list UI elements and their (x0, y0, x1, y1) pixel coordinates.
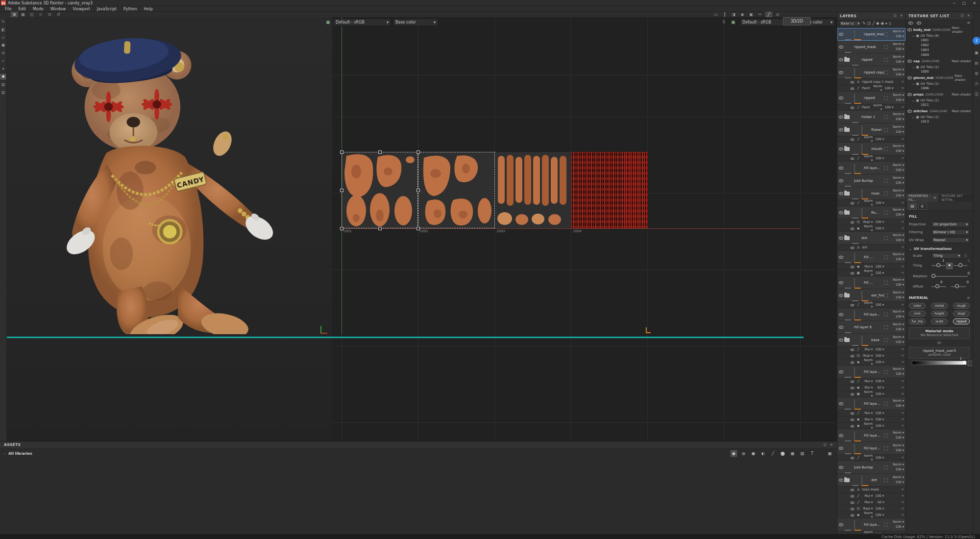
visibility-eye-icon[interactable] (851, 271, 854, 274)
effect-blend-dropdown[interactable]: Norm ▾ (862, 199, 873, 207)
opacity-dropdown[interactable]: 100 ▾ (889, 98, 904, 103)
menu-viewport[interactable]: Viewport (73, 7, 90, 11)
layer-row[interactable]: Fill laye...Norm ▾100 ▾ (837, 429, 906, 442)
uv-tile-id[interactable]: 1001 (906, 38, 973, 43)
texture-set-row[interactable]: stitches2048x2048Main shader (906, 108, 973, 114)
effect-blend-dropdown[interactable]: Mul ▾ (862, 347, 873, 351)
layer-blend-opacity[interactable]: Norm ▾100 ▾ (889, 431, 906, 441)
blend-mode-dropdown[interactable]: Norm ▾ (889, 55, 904, 60)
filter-fonts-icon[interactable]: T (809, 450, 815, 457)
collapse-chevron-icon[interactable]: ⌄ (912, 98, 914, 102)
visibility-eye-icon[interactable] (839, 191, 843, 196)
collapse-chevron-icon[interactable]: ⌄ (909, 247, 912, 251)
layer-effect-row[interactable]: ⚓dirt✕ (837, 245, 906, 251)
effect-opacity-dropdown[interactable]: 100 ▾ (874, 417, 884, 421)
effect-blend-dropdown[interactable]: Norm ▾ (862, 511, 873, 519)
eraser-tool[interactable]: ◧ (0, 27, 6, 32)
visibility-eye-icon[interactable] (851, 245, 854, 249)
pause-icon[interactable]: ‖ (721, 12, 728, 17)
tiling-slider-2[interactable] (954, 265, 967, 266)
stats-box-icon[interactable]: ▭ (712, 12, 719, 17)
viewport-divider-highlight[interactable] (7, 337, 804, 338)
effect-blend-dropdown[interactable]: Mul ▾ (862, 494, 873, 498)
effect-blend-dropdown[interactable]: Mul ▾ (862, 265, 873, 269)
opacity-dropdown[interactable]: 100 ▾ (889, 340, 904, 345)
visibility-eye-icon[interactable] (851, 347, 854, 351)
layer-blend-opacity[interactable]: Norm ▾100 ▾ (889, 335, 906, 345)
effect-remove-icon[interactable]: ✕ (902, 379, 906, 383)
layer-thumbnail[interactable] (844, 323, 852, 331)
visibility-eye-icon[interactable] (839, 70, 843, 74)
layer-mask-thumbnail[interactable] (854, 94, 862, 102)
opacity-dropdown[interactable]: 100 ▾ (889, 327, 904, 332)
uv-tile-1004[interactable] (571, 152, 648, 228)
visibility-eye-icon[interactable] (851, 424, 854, 427)
world-icon[interactable]: ◍ (975, 71, 979, 75)
channel-chip-fur_ma[interactable]: fur_ma (909, 318, 926, 324)
uv-selection-marquee[interactable] (342, 152, 418, 228)
opacity-dropdown[interactable]: 100 ▾ (889, 467, 904, 472)
transform-handle[interactable] (340, 227, 343, 230)
effect-opacity-dropdown[interactable]: 50 ▾ (874, 500, 884, 504)
material-menu-icon[interactable]: ≡ (967, 296, 970, 300)
visibility-eye-icon[interactable] (851, 201, 854, 204)
layer-row[interactable]: Fill laye...Norm ▾100 ▾ (837, 397, 906, 410)
layer-thumbnail[interactable] (844, 30, 852, 38)
bear-3d-model[interactable]: CANDY (34, 23, 284, 334)
layer-row[interactable]: Jute BurlapNorm ▾100 ▾ (837, 461, 906, 474)
effect-remove-icon[interactable]: ✕ (902, 500, 906, 504)
layer-thumbnail[interactable] (844, 400, 852, 408)
effect-blend-dropdown[interactable]: Norm ▾ (862, 269, 873, 277)
opacity-dropdown[interactable]: 100 ▾ (889, 283, 904, 288)
camera-video-icon[interactable]: ▣ (748, 12, 755, 17)
collapse-chevron-icon[interactable]: ⌄ (912, 65, 914, 69)
effect-blend-dropdown[interactable]: Norm ▾ (862, 224, 873, 232)
layer-blend-opacity[interactable]: Norm ▾100 ▾ (889, 176, 906, 186)
effect-blend-dropdown[interactable]: Mul ▾ (862, 379, 873, 383)
blend-mode-dropdown[interactable]: Norm ▾ (889, 29, 904, 34)
blend-mode-dropdown[interactable]: Norm ▾ (889, 189, 904, 194)
menu-mode[interactable]: Mode (33, 7, 44, 11)
channel-chip-color[interactable]: color (909, 303, 926, 309)
layer-thumbnail[interactable] (852, 126, 859, 134)
tab-texture-set-settings[interactable]: TEXTURE SET SETTIN... (938, 194, 973, 202)
visibility-eye-icon[interactable] (851, 137, 854, 141)
layer-effect-row[interactable]: ╱Norm ▾100 ▾✕ (837, 136, 906, 143)
effect-remove-icon[interactable]: ✕ (902, 417, 906, 421)
visibility-eye-icon[interactable] (839, 45, 843, 49)
effect-remove-icon[interactable]: ✕ (902, 303, 906, 307)
layer-thumbnail[interactable] (852, 190, 859, 197)
viewer-tool[interactable]: ▥ (0, 90, 6, 95)
filter-menu-icon[interactable]: ≡ (967, 21, 970, 25)
texture-set-row[interactable]: props2048x2048Main shader (906, 91, 973, 98)
material-mode-tab[interactable]: ▤ (908, 203, 917, 210)
layer-thumbnail[interactable] (852, 113, 859, 121)
transform-handle[interactable] (340, 189, 343, 192)
blend-mode-dropdown[interactable]: Norm ▾ (889, 163, 904, 168)
layer-thumbnail[interactable] (844, 253, 852, 261)
effect-opacity-dropdown[interactable]: 100 ▾ (874, 392, 884, 396)
effect-remove-icon[interactable]: ✕ (902, 271, 906, 275)
effect-remove-icon[interactable]: ✕ (902, 156, 906, 160)
layer-blend-opacity[interactable]: Norm ▾100 ▾ (889, 112, 906, 122)
blend-mode-dropdown[interactable]: Norm ▾ (889, 291, 904, 295)
effect-remove-icon[interactable]: ✕ (902, 456, 906, 460)
visibility-eye-icon[interactable] (839, 369, 843, 374)
effect-opacity-dropdown[interactable]: 100 ▾ (874, 265, 884, 269)
blend-mode-dropdown[interactable]: Norm ▾ (889, 233, 904, 238)
polygon-fill-tool[interactable]: ⬟ (0, 43, 6, 48)
display-settings-icon[interactable]: ▣ (326, 20, 330, 24)
share-button[interactable]: ⇪ (973, 37, 980, 45)
layer-thumbnail[interactable] (844, 311, 852, 318)
blend-mode-dropdown[interactable]: Norm ▾ (889, 335, 904, 340)
blend-mode-dropdown[interactable]: Norm ▾ (889, 144, 904, 149)
tiling-slider-1[interactable] (931, 265, 945, 266)
effect-remove-icon[interactable]: ✕ (902, 494, 906, 498)
blend-mode-dropdown[interactable]: Norm ▾ (889, 463, 904, 467)
visibility-eye-icon[interactable] (851, 265, 854, 268)
effect-blend-dropdown[interactable]: Mul ▾ (862, 417, 873, 421)
opacity-dropdown[interactable]: 100 ▾ (889, 213, 904, 218)
layer-thumbnail[interactable] (852, 292, 859, 299)
visibility-eye-icon[interactable] (907, 109, 912, 113)
opacity-dropdown[interactable]: 100 ▾ (889, 257, 904, 262)
